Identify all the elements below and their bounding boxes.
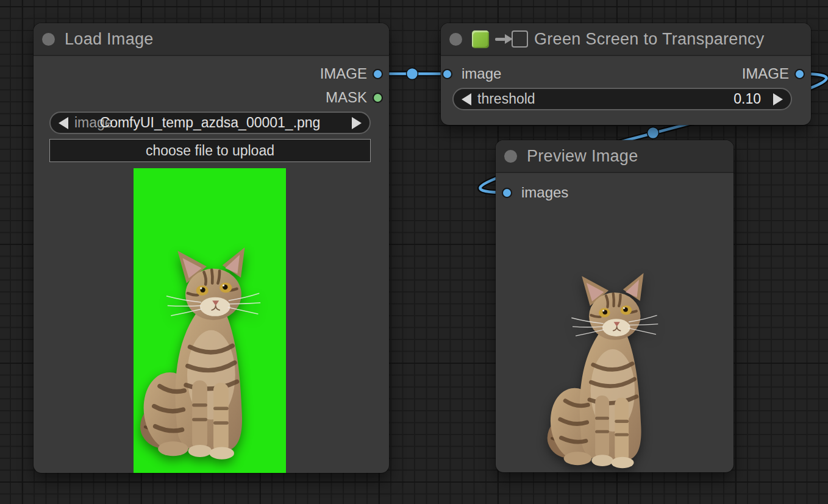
output-port-image[interactable] (794, 69, 805, 79)
output-label-mask: MASK (326, 88, 367, 107)
threshold-value: 0.10 (733, 91, 761, 107)
output-label-image: IMAGE (320, 64, 367, 83)
increment-icon[interactable] (773, 93, 783, 105)
combo-prev-icon[interactable] (59, 117, 68, 129)
node-load-image[interactable]: Load Image IMAGE MASK image ComfyUI_temp… (34, 23, 389, 473)
input-label-image: image (462, 64, 501, 83)
link-midpoint-dot[interactable] (407, 68, 418, 80)
threshold-widget[interactable]: threshold 0.10 (452, 88, 792, 110)
input-label-images: images (521, 183, 568, 202)
node-title: Load Image (65, 30, 154, 49)
node-preview-image[interactable]: Preview Image images (496, 140, 733, 472)
image-combo-widget[interactable]: image ComfyUI_temp_azdsa_00001_.png (49, 112, 371, 134)
node-load-image-titlebar[interactable]: Load Image (34, 23, 389, 56)
combo-next-icon[interactable] (352, 117, 362, 129)
link-midpoint-dot[interactable] (648, 127, 659, 139)
graph-canvas[interactable]: Load Image IMAGE MASK image ComfyUI_temp… (0, 0, 828, 504)
output-port-mask[interactable] (373, 93, 383, 103)
node-title: Preview Image (527, 147, 638, 166)
greenscreen-image-preview (134, 168, 286, 473)
node-preview-image-titlebar[interactable]: Preview Image (496, 140, 733, 173)
input-port-image[interactable] (442, 69, 452, 79)
threshold-label: threshold (477, 91, 535, 107)
output-port-image[interactable] (373, 69, 383, 79)
node-title: Green Screen to Transparency (534, 30, 765, 49)
combo-value: ComfyUI_temp_azdsa_00001_.png (75, 115, 345, 131)
decrement-icon[interactable] (462, 93, 471, 105)
input-port-images[interactable] (502, 188, 512, 198)
node-green-screen-titlebar[interactable]: Green Screen to Transparency (441, 23, 811, 56)
cat-image (138, 247, 262, 471)
choose-file-button[interactable]: choose file to upload (49, 139, 371, 162)
collapse-dot-icon[interactable] (449, 33, 462, 46)
cat-image (546, 273, 659, 479)
arrow-right-icon (495, 38, 505, 41)
green-square-icon (472, 30, 489, 48)
collapse-dot-icon[interactable] (504, 150, 517, 163)
node-green-screen-to-transparency[interactable]: Green Screen to Transparency image IMAGE… (441, 23, 811, 125)
output-label-image: IMAGE (742, 64, 789, 83)
transparent-square-icon (512, 30, 528, 48)
collapse-dot-icon[interactable] (42, 33, 55, 46)
